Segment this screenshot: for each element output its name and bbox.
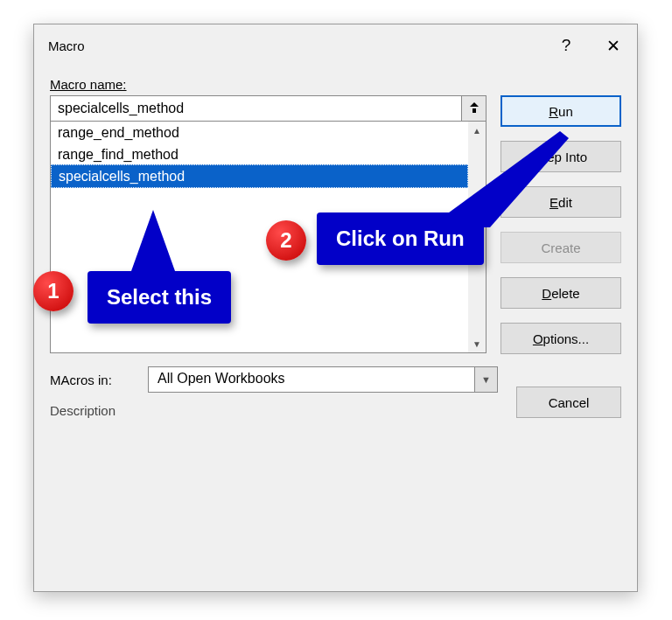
callout-arrow-2-icon xyxy=(420,131,578,236)
titlebar: Macro ? ✕ xyxy=(34,24,637,66)
macro-name-label: Macro name: xyxy=(50,77,621,92)
dialog-footer: Cancel xyxy=(516,387,621,418)
annotation-badge-2: 2 xyxy=(266,220,306,261)
list-item[interactable]: range_find_method xyxy=(51,143,468,165)
macros-in-value: All Open Workbooks xyxy=(149,367,474,392)
macro-name-input[interactable] xyxy=(51,96,461,121)
refedit-icon[interactable] xyxy=(461,96,486,121)
delete-button[interactable]: Delete xyxy=(500,277,621,309)
help-button[interactable]: ? xyxy=(542,24,590,66)
callout-arrow-1-icon xyxy=(127,210,197,280)
macros-in-combo[interactable]: All Open Workbooks ▼ xyxy=(148,366,498,393)
svg-marker-1 xyxy=(131,210,175,271)
macros-in-label: MAcros in: xyxy=(50,373,137,387)
list-item[interactable]: range_end_method xyxy=(51,122,468,143)
create-button: Create xyxy=(500,232,621,263)
cancel-button[interactable]: Cancel xyxy=(516,387,621,418)
run-button[interactable]: Run xyxy=(500,95,621,127)
list-item-selected[interactable]: specialcells_method xyxy=(51,164,468,188)
macro-name-field-wrap xyxy=(50,95,486,122)
svg-rect-0 xyxy=(472,108,476,113)
scroll-down-icon[interactable]: ▼ xyxy=(468,335,486,352)
close-button[interactable]: ✕ xyxy=(590,24,637,66)
dialog-title: Macro xyxy=(48,38,542,53)
svg-marker-2 xyxy=(429,131,569,227)
chevron-down-icon[interactable]: ▼ xyxy=(474,367,497,392)
annotation-badge-1: 1 xyxy=(33,271,74,311)
options-button[interactable]: Options... xyxy=(500,323,621,354)
